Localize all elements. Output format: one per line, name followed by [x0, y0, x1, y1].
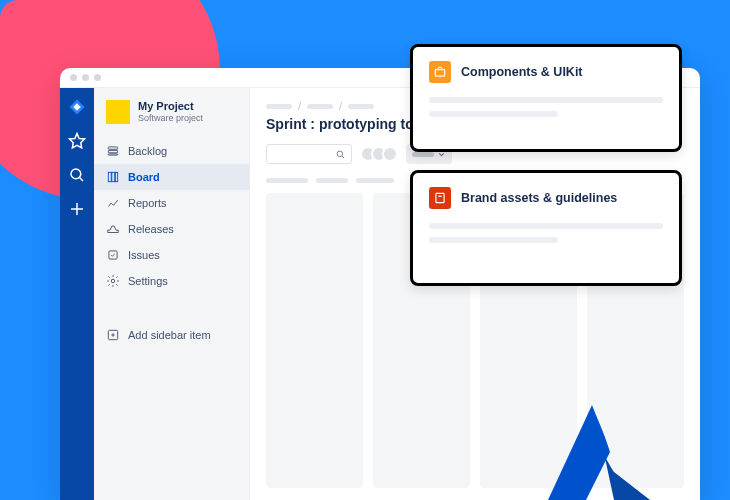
meta-placeholder [356, 178, 394, 183]
sidebar-nav-list: Backlog Board Reports Releases Issues [94, 138, 249, 294]
avatar[interactable] [382, 146, 398, 162]
sidebar-item-label: Issues [128, 249, 160, 261]
assignee-avatar-group[interactable] [360, 146, 398, 162]
card-title: Brand assets & guidelines [461, 191, 617, 205]
meta-placeholder [316, 178, 348, 183]
card-content-placeholder [429, 223, 663, 229]
card-header: Brand assets & guidelines [429, 187, 663, 209]
sidebar-item-label: Reports [128, 197, 167, 209]
search-icon[interactable] [68, 166, 86, 184]
sidebar-item-issues[interactable]: Issues [94, 242, 249, 268]
sidebar-item-label: Backlog [128, 145, 167, 157]
search-input[interactable] [266, 144, 352, 164]
sidebar-item-board[interactable]: Board [94, 164, 249, 190]
project-name: My Project [138, 100, 203, 113]
project-header[interactable]: My Project Software project [94, 100, 249, 138]
product-logo-icon[interactable] [68, 98, 86, 116]
card-content-placeholder [429, 237, 558, 243]
meta-placeholder [266, 178, 308, 183]
sidebar-item-releases[interactable]: Releases [94, 216, 249, 242]
svg-rect-3 [108, 154, 117, 155]
svg-point-0 [71, 169, 81, 179]
sidebar-item-settings[interactable]: Settings [94, 268, 249, 294]
sidebar-item-label: Settings [128, 275, 168, 287]
project-type-label: Software project [138, 113, 203, 123]
sidebar-item-backlog[interactable]: Backlog [94, 138, 249, 164]
project-avatar [106, 100, 130, 124]
floating-card-components[interactable]: Components & UIKit [410, 44, 682, 152]
project-sidebar: My Project Software project Backlog Boar… [94, 88, 250, 500]
svg-rect-2 [108, 150, 117, 152]
sidebar-item-label: Releases [128, 223, 174, 235]
gear-icon [106, 274, 120, 288]
atlassian-logo-icon [540, 380, 670, 500]
add-icon [106, 328, 120, 342]
card-title: Components & UIKit [461, 65, 583, 79]
board-icon [106, 170, 120, 184]
add-sidebar-label: Add sidebar item [128, 329, 211, 341]
board-column[interactable] [266, 193, 363, 488]
svg-point-10 [337, 151, 343, 157]
svg-rect-5 [112, 172, 115, 181]
sidebar-item-label: Board [128, 171, 160, 183]
breadcrumb-placeholder[interactable] [348, 104, 374, 109]
floating-card-brand[interactable]: Brand assets & guidelines [410, 170, 682, 286]
breadcrumb-placeholder[interactable] [307, 104, 333, 109]
svg-rect-12 [436, 193, 444, 202]
star-icon[interactable] [68, 132, 86, 150]
card-content-placeholder [429, 97, 663, 103]
sidebar-item-reports[interactable]: Reports [94, 190, 249, 216]
svg-rect-4 [108, 172, 111, 181]
breadcrumb-separator: / [339, 100, 342, 112]
svg-point-8 [111, 279, 115, 283]
svg-rect-11 [435, 70, 444, 76]
global-nav-rail [60, 88, 94, 500]
filter-placeholder [412, 152, 434, 157]
window-dot [82, 74, 89, 81]
window-dot [94, 74, 101, 81]
reports-icon [106, 196, 120, 210]
card-content-placeholder [429, 111, 558, 117]
briefcase-icon [429, 61, 451, 83]
window-dot [70, 74, 77, 81]
document-icon [429, 187, 451, 209]
releases-icon [106, 222, 120, 236]
svg-rect-6 [115, 172, 117, 181]
plus-icon[interactable] [68, 200, 86, 218]
issues-icon [106, 248, 120, 262]
add-sidebar-item-button[interactable]: Add sidebar item [94, 322, 249, 348]
breadcrumb-placeholder[interactable] [266, 104, 292, 109]
breadcrumb-separator: / [298, 100, 301, 112]
card-header: Components & UIKit [429, 61, 663, 83]
svg-rect-1 [108, 147, 117, 149]
backlog-icon [106, 144, 120, 158]
